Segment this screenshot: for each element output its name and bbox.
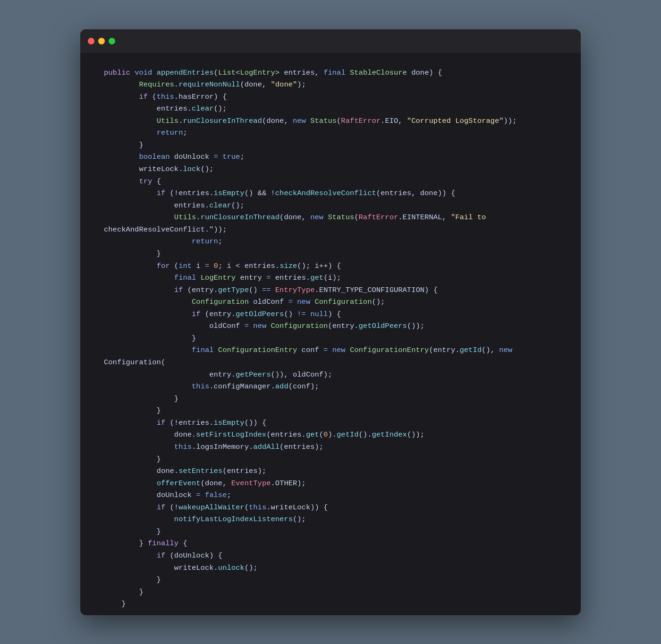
line-39: } (104, 526, 557, 538)
line-31: done.setFirstLogIndex(entries.get(0).get… (104, 429, 557, 441)
line-24: final ConfigurationEntry conf = new Conf… (104, 344, 557, 357)
line-35: offerEvent(done, EventType.OTHER); (104, 478, 557, 490)
line-27: this.configManager.add(conf); (104, 381, 557, 393)
line-26: entry.getPeers()), oldConf); (104, 369, 557, 381)
line-3: if (this.hasError) { (104, 91, 557, 103)
line-34: done.setEntries(entries); (104, 465, 557, 478)
close-button[interactable] (88, 38, 94, 44)
line-5: Utils.runClosureInThread(done, new Statu… (104, 115, 557, 128)
line-22: oldConf = new Configuration(entry.getOld… (104, 320, 557, 333)
line-21: if (entry.getOldPeers() != null) { (104, 309, 557, 321)
line-14: checkAndResolveConflict.")); (104, 224, 557, 236)
line-8: boolean doUnlock = true; (104, 151, 557, 163)
line-10: try { (104, 176, 557, 188)
line-18: final LogEntry entry = entries.get(i); (104, 272, 557, 284)
line-41: if (doUnlock) { (104, 550, 557, 562)
line-20: Configuration oldConf = new Configuratio… (104, 296, 557, 309)
line-11: if (!entries.isEmpty() && !checkAndResol… (104, 188, 557, 200)
line-36: doUnlock = false; (104, 489, 557, 502)
line-29: } (104, 405, 557, 417)
line-28: } (104, 393, 557, 405)
line-37: if (!wakeupAllWaiter(this.writeLock)) { (104, 502, 557, 514)
maximize-button[interactable] (109, 38, 115, 44)
code-content: public void appendEntries(List<LogEntry>… (80, 53, 581, 615)
line-1: public void appendEntries(List<LogEntry>… (104, 67, 557, 79)
line-7: } (104, 139, 557, 152)
line-40: } finally { (104, 538, 557, 550)
line-44: } (104, 586, 557, 599)
line-32: this.logsInMemory.addAll(entries); (104, 441, 557, 454)
line-19: if (entry.getType() == EntryType.ENTRY_T… (104, 284, 557, 297)
traffic-lights (88, 38, 115, 44)
line-30: if (!entries.isEmpty()) { (104, 417, 557, 429)
line-15: return; (104, 236, 557, 248)
line-17: for (int i = 0; i < entries.size(); i++)… (104, 260, 557, 273)
line-42: writeLock.unlock(); (104, 562, 557, 575)
code-editor-window: public void appendEntries(List<LogEntry>… (80, 29, 581, 615)
line-2: Requires.requireNonNull(done, "done"); (104, 79, 557, 91)
line-12: entries.clear(); (104, 200, 557, 212)
minimize-button[interactable] (98, 38, 105, 44)
line-6: return; (104, 127, 557, 139)
line-33: } (104, 454, 557, 466)
line-45: } (104, 598, 557, 610)
line-9: writeLock.lock(); (104, 163, 557, 176)
line-43: } (104, 574, 557, 586)
titlebar (80, 29, 581, 53)
line-4: entries.clear(); (104, 103, 557, 115)
line-16: } (104, 248, 557, 260)
line-25: Configuration( (104, 357, 557, 369)
line-13: Utils.runClosureInThread(done, new Statu… (104, 212, 557, 224)
line-23: } (104, 333, 557, 345)
line-38: notifyLastLogIndexListeners(); (104, 514, 557, 526)
